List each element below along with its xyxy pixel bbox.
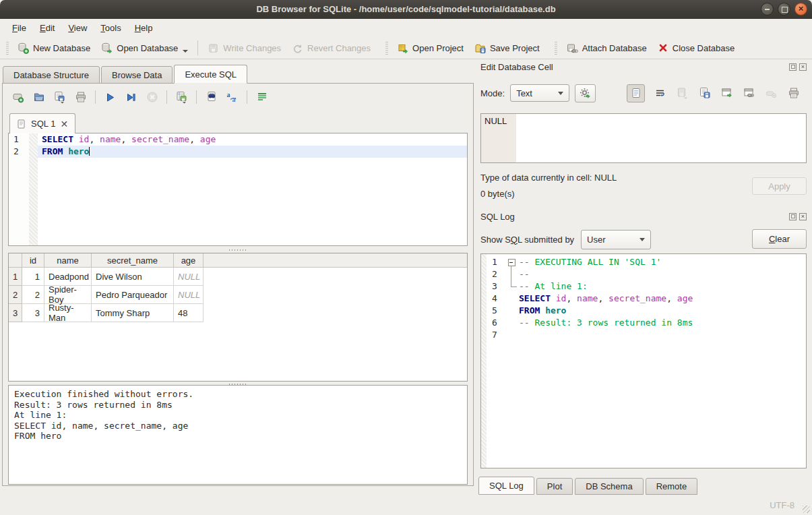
menu-view[interactable]: View <box>61 20 94 36</box>
new-database-button[interactable]: New Database <box>12 40 96 57</box>
open-sql-tab-button[interactable] <box>11 90 25 104</box>
stop-icon <box>146 91 158 103</box>
stop-execution-button[interactable] <box>145 90 159 104</box>
fold-marker-icon[interactable] <box>507 256 519 268</box>
export-file-button[interactable] <box>697 86 712 100</box>
apply-button[interactable]: Apply <box>752 177 807 195</box>
row-header[interactable]: 2 <box>9 286 22 304</box>
open-database-button[interactable]: Open Database <box>96 40 193 57</box>
splitter-editor-results[interactable] <box>8 247 468 252</box>
resize-grip-icon[interactable] <box>803 506 810 513</box>
close-sql-tab-icon[interactable]: ✕ <box>60 120 68 128</box>
word-wrap-button[interactable] <box>255 90 269 104</box>
sql-editor[interactable]: 12 SELECT id, name, secret_name, ageFROM… <box>8 133 468 246</box>
save-sql-file-button[interactable] <box>53 90 67 104</box>
cell-value-editor[interactable]: NULL <box>480 113 807 163</box>
close-dock-icon[interactable]: × <box>799 213 807 220</box>
toolbar-drag-handle[interactable] <box>6 41 9 55</box>
link-button[interactable] <box>742 86 756 100</box>
revert-changes-button[interactable]: Revert Changes <box>286 40 376 57</box>
mode-select[interactable]: Text <box>510 84 569 102</box>
execute-current-line-button[interactable] <box>124 90 138 104</box>
editor-fold-margin <box>29 133 38 245</box>
submitted-by-select[interactable]: User <box>581 230 651 249</box>
tab-sql-log[interactable]: SQL Log <box>478 477 534 495</box>
tab-plot[interactable]: Plot <box>536 478 573 495</box>
close-window-button[interactable]: × <box>794 3 807 16</box>
word-wrap-button[interactable] <box>653 86 667 100</box>
table-cell[interactable]: 3 <box>22 304 44 322</box>
tab-execute-sql[interactable]: Execute SQL <box>174 65 247 84</box>
log-line: 4SELECT id, name, secret_name, age <box>487 293 806 305</box>
menu-help[interactable]: Help <box>128 20 160 36</box>
table-cell[interactable]: Deadpond <box>44 268 92 286</box>
export-results-button[interactable] <box>175 90 189 104</box>
float-dock-icon[interactable] <box>789 63 797 71</box>
print-sql-button[interactable] <box>73 90 88 104</box>
log-text: -- EXECUTING ALL IN 'SQL 1' <box>519 256 661 268</box>
table-cell[interactable]: 48 <box>174 304 204 322</box>
tab-browse-data[interactable]: Browse Data <box>101 66 173 84</box>
sql-log-view[interactable]: 1-- EXECUTING ALL IN 'SQL 1'2--3-- At li… <box>480 253 807 468</box>
find-replace-button[interactable]: aa <box>225 90 239 104</box>
clear-log-button[interactable]: Clear <box>752 229 807 249</box>
maximize-button[interactable] <box>778 3 790 16</box>
bottom-dock-tabbar: SQL Log Plot DB Schema Remote <box>478 476 699 495</box>
table-cell[interactable]: Rusty-Man <box>44 304 92 322</box>
results-grid: idnamesecret_nameage 11DeadpondDive Wils… <box>8 253 468 382</box>
row-header[interactable]: 3 <box>9 304 22 322</box>
set-null-button[interactable] <box>764 86 778 100</box>
log-text: -- <box>519 268 530 280</box>
execute-all-button[interactable] <box>103 90 117 104</box>
auto-apply-button[interactable] <box>575 84 596 102</box>
execution-message-box[interactable]: Execution finished without errors. Resul… <box>8 385 468 485</box>
table-cell[interactable]: NULL <box>174 268 204 286</box>
open-sql-file-button[interactable] <box>32 90 46 104</box>
table-cell[interactable]: Spider-Boy <box>44 286 92 304</box>
toolbar-drag-handle[interactable] <box>385 41 388 55</box>
editor-line[interactable]: FROM hero <box>38 146 467 158</box>
save-project-button[interactable]: Save Project <box>469 40 545 57</box>
open-project-button[interactable]: Open Project <box>392 40 469 57</box>
menu-file[interactable]: File <box>5 20 33 36</box>
toolbar-drag-handle[interactable] <box>555 41 557 55</box>
results-column-header-age[interactable]: age <box>174 253 204 268</box>
attach-database-icon <box>566 42 578 54</box>
new-database-label: New Database <box>33 43 90 53</box>
editor-line[interactable]: SELECT id, name, secret_name, age <box>38 133 467 146</box>
sql-document-tab[interactable]: SQL 1 ✕ <box>9 113 75 133</box>
execute-icon <box>104 92 116 103</box>
tab-remote[interactable]: Remote <box>646 478 698 495</box>
encoding-indicator[interactable]: UTF-8 <box>770 500 794 510</box>
open-database-dropdown-icon[interactable] <box>183 50 188 53</box>
tab-db-schema[interactable]: DB Schema <box>575 478 643 495</box>
results-column-header-name[interactable]: name <box>44 253 92 268</box>
table-cell[interactable]: 2 <box>22 286 44 304</box>
menu-edit[interactable]: Edit <box>33 20 61 36</box>
attach-database-button[interactable]: Attach Database <box>561 40 652 57</box>
editor-line-number: 1 <box>9 133 29 146</box>
table-cell[interactable]: Pedro Parqueador <box>92 286 174 304</box>
results-column-header-id[interactable]: id <box>22 253 44 268</box>
row-header[interactable]: 1 <box>9 268 22 286</box>
text-mode-button[interactable] <box>627 84 645 102</box>
left-panel: Database Structure Browse Data Execute S… <box>0 59 475 496</box>
close-database-button[interactable]: Close Database <box>652 40 741 56</box>
menu-tools[interactable]: Tools <box>94 20 127 36</box>
tab-database-structure[interactable]: Database Structure <box>3 66 100 84</box>
import-file-button[interactable] <box>675 86 689 100</box>
write-changes-button[interactable]: Write Changes <box>202 40 286 57</box>
find-button[interactable] <box>204 90 218 104</box>
minimize-button[interactable] <box>761 3 774 16</box>
export-file-icon <box>699 87 711 99</box>
table-cell[interactable]: Tommy Sharp <box>92 304 174 322</box>
close-dock-icon[interactable]: × <box>799 63 807 71</box>
open-external-button[interactable] <box>720 86 734 100</box>
print-cell-button[interactable] <box>786 86 801 100</box>
results-corner-header[interactable] <box>9 253 22 268</box>
table-cell[interactable]: NULL <box>174 286 204 304</box>
table-cell[interactable]: 1 <box>22 268 44 286</box>
float-dock-icon[interactable] <box>789 213 797 220</box>
results-column-header-secret_name[interactable]: secret_name <box>92 253 174 268</box>
table-cell[interactable]: Dive Wilson <box>92 268 174 286</box>
